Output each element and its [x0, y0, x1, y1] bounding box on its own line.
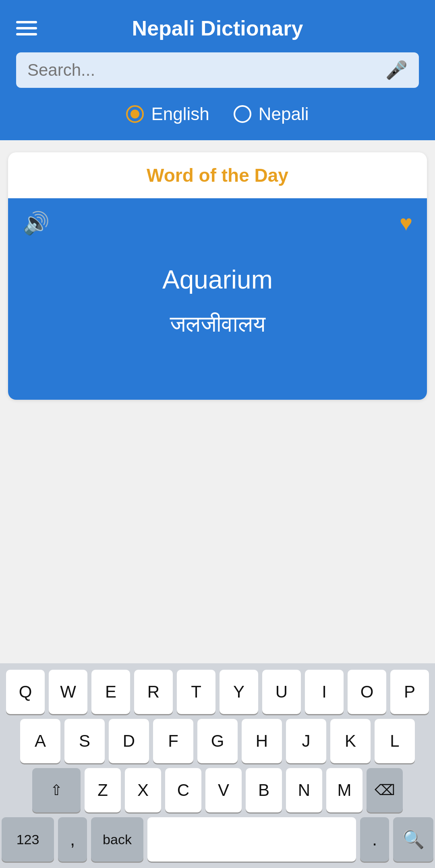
favorite-icon[interactable]: ♥ — [400, 210, 412, 236]
key-b[interactable]: B — [246, 768, 282, 812]
space-key[interactable] — [147, 817, 356, 862]
key-d[interactable]: D — [109, 719, 149, 763]
key-x[interactable]: X — [125, 768, 161, 812]
search-key[interactable]: 🔍 — [393, 817, 433, 862]
language-selector: English Nepali — [16, 100, 419, 128]
key-123[interactable]: 123 — [2, 817, 54, 862]
key-v[interactable]: V — [205, 768, 242, 812]
key-p[interactable]: P — [390, 670, 429, 714]
wotd-english-word: Aquarium — [162, 265, 273, 295]
back-key[interactable]: back — [91, 817, 143, 862]
english-radio[interactable]: English — [126, 104, 209, 124]
key-period[interactable]: . — [360, 817, 389, 862]
key-z[interactable]: Z — [85, 768, 121, 812]
header: Nepali Dictionary 🎤 English Nepali — [0, 0, 435, 140]
keyboard: Q W E R T Y U I O P A S D F G H J K L ⇧ … — [0, 663, 435, 868]
key-q[interactable]: Q — [6, 670, 45, 714]
nepali-radio[interactable]: Nepali — [234, 104, 309, 124]
hamburger-icon[interactable] — [16, 21, 37, 35]
sound-icon[interactable]: 🔊 — [23, 210, 50, 236]
key-r[interactable]: R — [134, 670, 173, 714]
key-k[interactable]: K — [330, 719, 371, 763]
header-top: Nepali Dictionary — [16, 16, 419, 40]
key-i[interactable]: I — [305, 670, 344, 714]
key-w[interactable]: W — [49, 670, 87, 714]
delete-key[interactable]: ⌫ — [367, 768, 403, 812]
key-j[interactable]: J — [286, 719, 326, 763]
mic-icon[interactable]: 🎤 — [385, 60, 408, 81]
key-l[interactable]: L — [375, 719, 415, 763]
key-n[interactable]: N — [286, 768, 322, 812]
search-input[interactable] — [27, 60, 379, 80]
nepali-label: Nepali — [259, 104, 309, 124]
keyboard-row-1: Q W E R T Y U I O P — [2, 670, 433, 714]
word-of-the-day-card: Word of the Day 🔊 ♥ Aquarium जलजीवालय — [8, 152, 427, 400]
wotd-title: Word of the Day — [8, 152, 427, 198]
wotd-nepali-word: जलजीवालय — [170, 311, 265, 337]
key-a[interactable]: A — [20, 719, 60, 763]
key-u[interactable]: U — [262, 670, 301, 714]
key-comma[interactable]: , — [58, 817, 87, 862]
english-radio-circle[interactable] — [126, 105, 144, 123]
key-t[interactable]: T — [177, 670, 215, 714]
shift-key[interactable]: ⇧ — [32, 768, 81, 812]
key-g[interactable]: G — [197, 719, 238, 763]
wotd-controls: 🔊 ♥ — [8, 210, 427, 236]
english-label: English — [151, 104, 209, 124]
key-e[interactable]: E — [91, 670, 130, 714]
keyboard-row-2: A S D F G H J K L — [2, 719, 433, 763]
key-s[interactable]: S — [64, 719, 105, 763]
nepali-radio-circle[interactable] — [234, 105, 251, 123]
key-f[interactable]: F — [153, 719, 193, 763]
key-o[interactable]: O — [348, 670, 386, 714]
key-y[interactable]: Y — [220, 670, 258, 714]
search-bar: 🎤 — [16, 52, 419, 88]
key-h[interactable]: H — [242, 719, 282, 763]
key-m[interactable]: M — [326, 768, 362, 812]
app-title: Nepali Dictionary — [49, 16, 386, 40]
wotd-body: 🔊 ♥ Aquarium जलजीवालय — [8, 198, 427, 400]
keyboard-row-4: 123 , back . 🔍 — [2, 817, 433, 862]
key-c[interactable]: C — [165, 768, 201, 812]
main-content: Word of the Day 🔊 ♥ Aquarium जलजीवालय — [0, 140, 435, 663]
keyboard-row-3: ⇧ Z X C V B N M ⌫ — [2, 768, 433, 812]
